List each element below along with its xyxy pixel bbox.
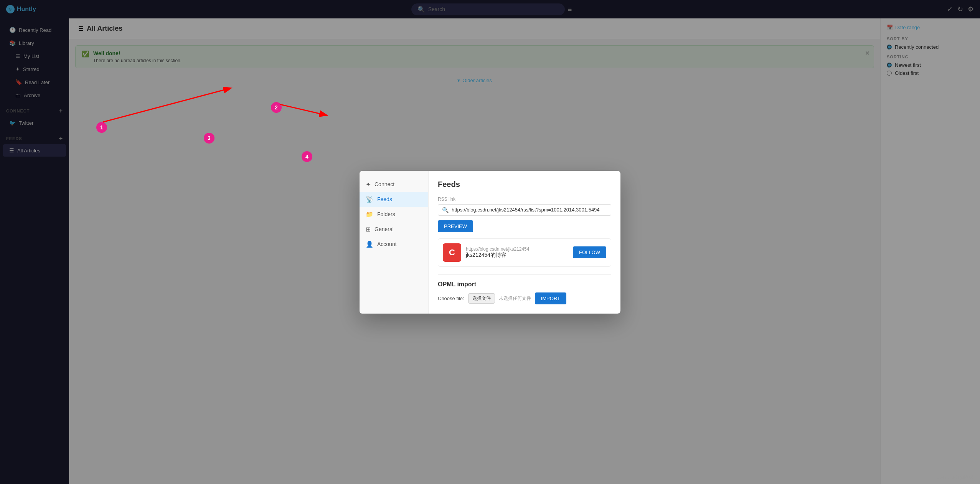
rss-search-icon: 🔍: [442, 207, 449, 213]
modal-nav-general[interactable]: ⊞ General: [360, 222, 428, 237]
modal-nav-feeds[interactable]: 📡 Feeds: [360, 192, 428, 207]
modal-nav-folders[interactable]: 📁 Folders: [360, 207, 428, 222]
watermark: CSDN @江湖有缘: [936, 474, 974, 481]
folders-nav-label: Folders: [377, 211, 395, 217]
follow-button[interactable]: FOLLOW: [573, 246, 606, 258]
feed-name: jks212454的博客: [466, 252, 568, 259]
connect-nav-label: Connect: [375, 181, 394, 187]
opml-section-title: OPML import: [438, 281, 611, 288]
rss-input[interactable]: [452, 207, 607, 213]
modal-nav: ✦ Connect 📡 Feeds 📁 Folders ⊞ General 👤 …: [360, 171, 429, 314]
feeds-nav-label: Feeds: [377, 196, 392, 202]
feed-info: https://blog.csdn.net/jks212454 jks21245…: [466, 246, 568, 259]
modal-overlay[interactable]: ✦ Connect 📡 Feeds 📁 Folders ⊞ General 👤 …: [0, 0, 980, 484]
divider: [438, 274, 611, 275]
settings-modal: ✦ Connect 📡 Feeds 📁 Folders ⊞ General 👤 …: [360, 171, 620, 314]
feed-preview-card: C https://blog.csdn.net/jks212454 jks212…: [438, 238, 611, 267]
modal-body: Feeds RSS link 🔍 PREVIEW C https://blog.…: [429, 171, 620, 314]
rss-input-wrap[interactable]: 🔍: [438, 204, 611, 216]
connect-nav-icon: ✦: [366, 181, 371, 188]
opml-row: Choose file: 选择文件 未选择任何文件 IMPORT: [438, 292, 611, 304]
general-nav-label: General: [375, 226, 394, 232]
modal-title: Feeds: [438, 180, 611, 189]
choose-file-button[interactable]: 选择文件: [468, 293, 495, 304]
general-nav-icon: ⊞: [366, 226, 371, 233]
modal-nav-connect[interactable]: ✦ Connect: [360, 177, 428, 192]
rss-field-label: RSS link: [438, 197, 611, 202]
choose-file-label: Choose file:: [438, 296, 464, 301]
feeds-nav-icon: 📡: [366, 196, 373, 203]
modal-nav-account[interactable]: 👤 Account: [360, 237, 428, 252]
folders-nav-icon: 📁: [366, 211, 373, 218]
feed-url: https://blog.csdn.net/jks212454: [466, 246, 568, 252]
feed-logo: C: [443, 243, 461, 262]
no-file-text: 未选择任何文件: [499, 295, 531, 302]
account-nav-label: Account: [377, 241, 397, 247]
account-nav-icon: 👤: [366, 241, 373, 248]
preview-button[interactable]: PREVIEW: [438, 220, 473, 232]
import-button[interactable]: IMPORT: [535, 292, 566, 304]
